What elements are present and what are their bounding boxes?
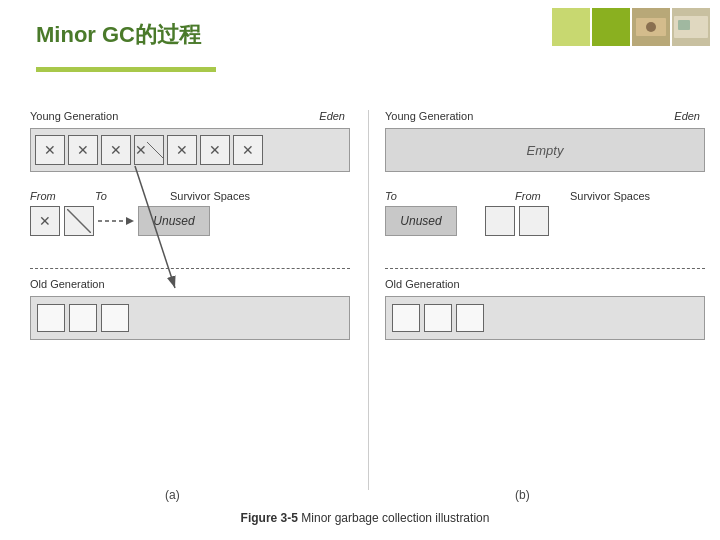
- survivor-spaces-label-b: Survivor Spaces: [570, 190, 650, 202]
- deco-square-1: [552, 8, 590, 46]
- old-gen-box-b: [385, 296, 705, 340]
- dashed-arrow: [98, 209, 134, 233]
- survivor-empty-box-2: [519, 206, 549, 236]
- eden-item-4: [134, 135, 164, 165]
- old-box-b-3: [456, 304, 484, 332]
- unused-box-a: Unused: [138, 206, 210, 236]
- eden-label-b: Eden: [674, 110, 700, 122]
- sub-label-a: (a): [165, 488, 180, 502]
- dashed-divider-a: [30, 268, 350, 269]
- svg-marker-9: [126, 217, 134, 225]
- figure-caption: Figure 3-5 Minor garbage collection illu…: [241, 511, 490, 525]
- survivor-empty-box-1: [485, 206, 515, 236]
- sub-label-b: (b): [515, 488, 530, 502]
- old-box-b-1: [392, 304, 420, 332]
- eden-item-6: [200, 135, 230, 165]
- diagram-col-b: Young Generation Eden Empty To From Surv…: [385, 100, 705, 530]
- eden-item-2: [68, 135, 98, 165]
- eden-box-a: [30, 128, 350, 172]
- eden-item-7: [233, 135, 263, 165]
- young-gen-label-a: Young Generation: [30, 110, 118, 122]
- deco-photo-2: [672, 8, 710, 46]
- eden-box-b: Empty: [385, 128, 705, 172]
- eden-label-a: Eden: [319, 110, 345, 122]
- accent-bar: [36, 67, 216, 72]
- old-gen-box-a: [30, 296, 350, 340]
- svg-line-7: [67, 209, 91, 233]
- survivor-box-diag: [64, 206, 94, 236]
- unused-box-b: Unused: [385, 206, 457, 236]
- young-gen-label-b: Young Generation: [385, 110, 473, 122]
- old-box-3: [101, 304, 129, 332]
- survivor-box-1: [30, 206, 60, 236]
- svg-line-6: [147, 142, 163, 158]
- from-label-b: From: [515, 190, 541, 202]
- dashed-divider-b: [385, 268, 705, 269]
- svg-point-2: [646, 22, 656, 32]
- old-box-b-2: [424, 304, 452, 332]
- eden-item-3: [101, 135, 131, 165]
- eden-empty-text: Empty: [527, 143, 564, 158]
- deco-photo-1: [632, 8, 670, 46]
- survivor-boxes-b: Unused: [385, 206, 549, 236]
- figure-text: Minor garbage collection illustration: [298, 511, 489, 525]
- figure-number: Figure 3-5: [241, 511, 298, 525]
- eden-item-5: [167, 135, 197, 165]
- header: Minor GC的过程: [0, 0, 720, 90]
- header-images: [552, 8, 710, 46]
- from-label-a: From: [30, 190, 56, 202]
- survivor-boxes-a: Unused: [30, 206, 210, 236]
- old-box-2: [69, 304, 97, 332]
- col-divider: [368, 110, 369, 490]
- main-content: Young Generation Eden From: [0, 90, 720, 540]
- to-label-a: To: [95, 190, 107, 202]
- diagram-container: Young Generation Eden From: [30, 100, 700, 530]
- page-title: Minor GC的过程: [36, 20, 201, 50]
- to-label-b: To: [385, 190, 397, 202]
- diagram-col-a: Young Generation Eden From: [30, 100, 350, 530]
- svg-rect-5: [678, 20, 690, 30]
- old-box-1: [37, 304, 65, 332]
- deco-square-2: [592, 8, 630, 46]
- old-gen-label-b: Old Generation: [385, 278, 460, 290]
- survivor-spaces-label-a: Survivor Spaces: [170, 190, 250, 202]
- old-gen-label-a: Old Generation: [30, 278, 105, 290]
- eden-item-1: [35, 135, 65, 165]
